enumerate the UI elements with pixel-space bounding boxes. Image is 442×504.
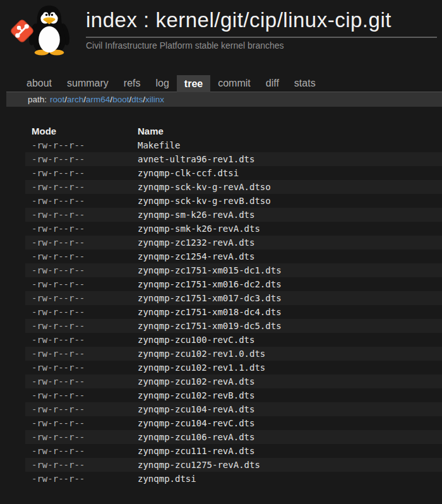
file-mode: -rw-r--r-- [25,180,131,194]
file-listing: Mode Name -rw-r--r--Makefile-rw-r--r--av… [25,124,442,486]
path-segment-arch[interactable]: arch [67,95,83,104]
table-row: -rw-r--r--Makefile [25,138,442,152]
file-mode: -rw-r--r-- [25,291,131,305]
table-row: -rw-r--r--zynqmp-zcu104-revA.dts [25,402,442,416]
table-row: -rw-r--r--zynqmp-zc1751-xm016-dc2.dts [25,277,442,291]
tab-stats[interactable]: stats [287,75,323,92]
file-name-link[interactable]: zynqmp-zc1751-xm017-dc3.dts [131,291,442,305]
tab-summary[interactable]: summary [59,75,116,92]
tab-tree[interactable]: tree [177,75,210,92]
path-segment-boot[interactable]: boot [112,95,129,104]
table-row: -rw-r--r--zynqmp-clk-ccf.dtsi [25,166,442,180]
file-mode: -rw-r--r-- [25,458,131,472]
file-mode: -rw-r--r-- [25,277,131,291]
file-name-link[interactable]: zynqmp-zc1751-xm016-dc2.dts [131,277,442,291]
file-mode: -rw-r--r-- [25,402,131,416]
table-row: -rw-r--r--zynqmp-zcu100-revC.dts [25,333,442,347]
file-mode: -rw-r--r-- [25,347,131,361]
file-name-link[interactable]: Makefile [131,138,442,152]
table-row: -rw-r--r--zynqmp-smk-k26-revA.dts [25,222,442,236]
path-segment-xilinx[interactable]: xilinx [145,95,164,104]
table-row: -rw-r--r--zynqmp-zcu106-revA.dts [25,430,442,444]
file-mode: -rw-r--r-- [25,138,131,152]
header: index : kernel/git/cip/linux-cip.git Civ… [0,0,442,71]
table-row: -rw-r--r--zynqmp.dtsi [25,472,442,486]
file-name-link[interactable]: zynqmp-zcu102-rev1.0.dts [131,347,442,361]
title-block: index : kernel/git/cip/linux-cip.git Civ… [86,8,437,51]
file-mode: -rw-r--r-- [25,375,131,388]
file-name-link[interactable]: zynqmp-zc1254-revA.dts [131,249,442,263]
column-header-name: Name [131,124,442,138]
file-name-link[interactable]: zynqmp-zc1751-xm019-dc5.dts [131,319,442,333]
path-segment-root[interactable]: root [50,95,64,104]
tab-commit[interactable]: commit [210,75,258,92]
file-mode: -rw-r--r-- [25,416,131,430]
file-mode: -rw-r--r-- [25,263,131,277]
file-mode: -rw-r--r-- [25,222,131,236]
table-row: -rw-r--r--zynqmp-zc1254-revA.dts [25,249,442,263]
file-mode: -rw-r--r-- [25,361,131,375]
table-row: -rw-r--r--zynqmp-zc1751-xm015-dc1.dts [25,263,442,277]
file-mode: -rw-r--r-- [25,388,131,402]
file-name-link[interactable]: zynqmp-smk-k26-revA.dts [131,222,442,236]
table-row: -rw-r--r--zynqmp-zcu111-revA.dts [25,444,442,458]
table-row: -rw-r--r--zynqmp-zc1751-xm018-dc4.dts [25,305,442,319]
table-row: -rw-r--r--zynqmp-zcu102-revA.dts [25,375,442,388]
file-name-link[interactable]: zynqmp-zcu111-revA.dts [131,444,442,458]
nav-tabs: aboutsummaryrefslogtreecommitdiffstats [6,75,442,92]
tab-about[interactable]: about [19,75,59,92]
file-mode: -rw-r--r-- [25,166,131,180]
breadcrumb: path:root/arch/arm64/boot/dts/xilinx [6,92,442,107]
table-row: -rw-r--r--zynqmp-zcu102-revB.dts [25,388,442,402]
file-name-link[interactable]: zynqmp-zcu104-revA.dts [131,402,442,416]
file-name-link[interactable]: zynqmp-sck-kv-g-revB.dtso [131,194,442,208]
file-name-link[interactable]: zynqmp-zc1232-revA.dts [131,236,442,249]
path-segment-arm64[interactable]: arm64 [86,95,110,104]
file-mode: -rw-r--r-- [25,152,131,166]
file-name-link[interactable]: zynqmp-sm-k26-revA.dts [131,208,442,222]
file-mode: -rw-r--r-- [25,249,131,263]
table-row: -rw-r--r--zynqmp-sck-kv-g-revB.dtso [25,194,442,208]
file-name-link[interactable]: zynqmp.dtsi [131,472,442,486]
tab-diff[interactable]: diff [258,75,287,92]
table-row: -rw-r--r--zynqmp-zcu102-rev1.0.dts [25,347,442,361]
page-subtitle: Civil Infrastructure Platform stable ker… [86,40,437,51]
file-name-link[interactable]: zynqmp-zc1751-xm018-dc4.dts [131,305,442,319]
table-row: -rw-r--r--zynqmp-zc1232-revA.dts [25,236,442,249]
table-row: -rw-r--r--zynqmp-zcu102-rev1.1.dts [25,361,442,375]
file-name-link[interactable]: zynqmp-sck-kv-g-revA.dtso [131,180,442,194]
cgit-page: index : kernel/git/cip/linux-cip.git Civ… [0,0,442,504]
table-row: -rw-r--r--zynqmp-sm-k26-revA.dts [25,208,442,222]
file-name-link[interactable]: avnet-ultra96-rev1.dts [131,152,442,166]
file-mode: -rw-r--r-- [25,208,131,222]
table-row: -rw-r--r--zynqmp-zc1751-xm017-dc3.dts [25,291,442,305]
file-name-link[interactable]: zynqmp-zcu102-revB.dts [131,388,442,402]
file-name-link[interactable]: zynqmp-zcu102-revA.dts [131,375,442,388]
file-mode: -rw-r--r-- [25,472,131,486]
tab-log[interactable]: log [148,75,177,92]
table-row: -rw-r--r--zynqmp-zc1751-xm019-dc5.dts [25,319,442,333]
title-divider [86,37,437,38]
file-mode: -rw-r--r-- [25,430,131,444]
file-mode: -rw-r--r-- [25,305,131,319]
tab-refs[interactable]: refs [116,75,148,92]
file-mode: -rw-r--r-- [25,444,131,458]
table-row: -rw-r--r--zynqmp-zcu1275-revA.dts [25,458,442,472]
content: Mode Name -rw-r--r--Makefile-rw-r--r--av… [25,124,442,486]
file-mode: -rw-r--r-- [25,319,131,333]
file-mode: -rw-r--r-- [25,194,131,208]
file-name-link[interactable]: zynqmp-zcu102-rev1.1.dts [131,361,442,375]
file-mode: -rw-r--r-- [25,333,131,347]
file-name-link[interactable]: zynqmp-zcu104-revC.dts [131,416,442,430]
file-name-link[interactable]: zynqmp-zc1751-xm015-dc1.dts [131,263,442,277]
file-name-link[interactable]: zynqmp-zcu100-revC.dts [131,333,442,347]
file-name-link[interactable]: zynqmp-clk-ccf.dtsi [131,166,442,180]
path-label: path: [28,95,47,104]
repo-logo[interactable] [8,1,83,67]
path-segment-dts[interactable]: dts [131,95,143,104]
git-logo-icon [8,16,37,45]
table-row: -rw-r--r--zynqmp-zcu104-revC.dts [25,416,442,430]
path-segments: root/arch/arm64/boot/dts/xilinx [50,95,164,104]
file-name-link[interactable]: zynqmp-zcu106-revA.dts [131,430,442,444]
file-name-link[interactable]: zynqmp-zcu1275-revA.dts [131,458,442,472]
